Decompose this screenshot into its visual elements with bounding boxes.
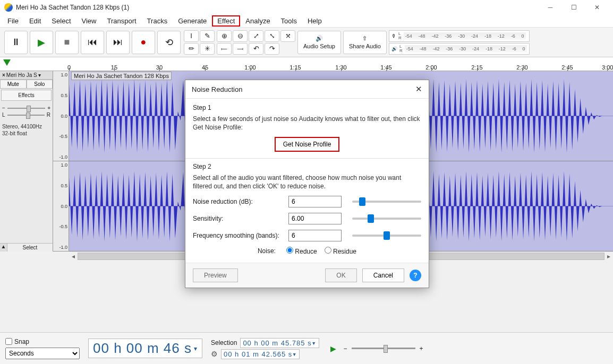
trim-icon[interactable]: ⟝ [217, 43, 232, 55]
skip-start-button[interactable]: ⏮ [81, 31, 104, 54]
dialog-title: Noise Reduction [192, 85, 242, 93]
minimize-button[interactable]: ─ [539, 0, 562, 15]
sensitivity-slider[interactable] [352, 218, 421, 220]
skip-end-button[interactable]: ⏭ [106, 31, 130, 54]
scroll-right-icon[interactable]: ▸ [605, 253, 613, 260]
snap-label: Snap [14, 338, 29, 345]
menu-analyze[interactable]: Analyze [240, 15, 275, 27]
menu-bar: File Edit Select View Transport Tracks G… [0, 15, 613, 28]
redo-icon[interactable]: ↷ [265, 43, 279, 55]
menu-select[interactable]: Select [46, 15, 76, 27]
play-at-speed-button[interactable]: ▶ [328, 343, 339, 354]
scroll-left-icon[interactable]: ◂ [69, 253, 78, 260]
mute-button[interactable]: Mute [0, 80, 27, 89]
share-icon: ⇧ [362, 35, 367, 42]
zoom-in-icon[interactable]: ⊕ [217, 30, 232, 42]
track-select-button[interactable]: Select [7, 244, 53, 252]
stop-button[interactable]: ■ [55, 31, 79, 54]
time-display[interactable]: 00 h 00 m 46 s▾ [88, 339, 202, 358]
preview-button[interactable]: Preview [193, 268, 238, 282]
step1-desc: Select a few seconds of just noise so Au… [193, 115, 421, 132]
undo-icon[interactable]: ↶ [249, 43, 263, 55]
menu-help[interactable]: Help [302, 15, 327, 27]
loop-button[interactable]: ⟲ [157, 31, 181, 54]
menu-effect[interactable]: Effect [212, 15, 240, 27]
draw-tool-icon[interactable]: ✏ [184, 43, 199, 55]
track-menu-icon[interactable]: ▾ [38, 72, 41, 78]
play-button[interactable]: ▶ [30, 31, 53, 54]
maximize-button[interactable]: ☐ [562, 0, 585, 15]
main-toolbar: ⏸ ▶ ■ ⏮ ⏭ ● ⟲ I ✎ ✏ ✳ ⊕ ⊖ ⤢ ⤡ ⤧ ⟝ ⟞ ↶ ↷ [0, 28, 613, 57]
playback-meter-scale: -54-48-42-36-30-24-18-12-60 [405, 45, 527, 53]
reduce-radio[interactable]: Reduce [286, 247, 317, 255]
playhead-icon[interactable] [3, 59, 11, 66]
title-bar: Meri Ho Ja Sachet Tandon 128 Kbps (1) ─ … [0, 0, 613, 15]
multi-tool-icon[interactable]: ✳ [200, 43, 215, 55]
menu-edit[interactable]: Edit [24, 15, 46, 27]
selection-label: Selection [211, 339, 237, 346]
dialog-close-icon[interactable]: ✕ [415, 84, 422, 94]
cancel-button[interactable]: Cancel [362, 268, 404, 282]
playback-speed-slider[interactable] [352, 348, 415, 349]
solo-button[interactable]: Solo [27, 80, 53, 89]
silence-icon[interactable]: ⟞ [233, 43, 248, 55]
menu-tools[interactable]: Tools [276, 15, 302, 27]
ok-button[interactable]: OK [325, 268, 356, 282]
playback-meter[interactable]: 🔊 LR -54-48-42-36-30-24-18-12-60 [389, 43, 530, 55]
menu-file[interactable]: File [2, 15, 24, 27]
menu-view[interactable]: View [76, 15, 102, 27]
selection-end[interactable]: 00 h 01 m 42.565 s▾ [221, 349, 300, 359]
selection-tool-icon[interactable]: I [184, 30, 199, 42]
close-button[interactable]: ✕ [585, 0, 609, 15]
snap-checkbox[interactable] [5, 338, 12, 345]
help-icon[interactable]: ? [410, 270, 421, 281]
selection-start[interactable]: 00 h 00 m 45.785 s▾ [240, 338, 319, 348]
track-close-icon[interactable]: × [2, 72, 5, 78]
app-logo-icon [4, 3, 13, 12]
audio-setup-button[interactable]: 🔊 Audio Setup [297, 31, 341, 54]
record-meter[interactable]: 🎙 LR -54-48-42-36-30-24-18-12-60 [389, 30, 530, 42]
track-control-panel[interactable]: × Meri Ho Ja S ▾ Mute Solo Effects −+ LR… [0, 71, 53, 252]
snap-unit-select[interactable]: Seconds [5, 348, 80, 359]
get-noise-profile-button[interactable]: Get Noise Profile [275, 137, 340, 152]
noise-mode-label: Noise: [258, 247, 276, 255]
effects-button[interactable]: Effects [1, 90, 52, 101]
envelope-tool-icon[interactable]: ✎ [200, 30, 215, 42]
timeline-ruler[interactable]: 0 15 30 45 1:00 1:15 1:30 1:45 2:00 2:15… [0, 57, 613, 71]
track-collapse-icon[interactable]: ▲ [0, 244, 7, 252]
level-meters: 🎙 LR -54-48-42-36-30-24-18-12-60 🔊 LR -5… [389, 30, 530, 55]
step2-label: Step 2 [193, 163, 421, 170]
frequency-smoothing-input[interactable] [288, 230, 342, 241]
frequency-smoothing-label: Frequency smoothing (bands): [193, 232, 283, 239]
residue-radio[interactable]: Residue [325, 247, 356, 255]
window-title: Meri Ho Ja Sachet Tandon 128 Kbps (1) [16, 4, 129, 11]
selection-settings-icon[interactable]: ⚙ [211, 350, 218, 358]
zoom-out-icon[interactable]: ⊖ [233, 30, 248, 42]
noise-reduction-slider[interactable] [352, 201, 421, 203]
noise-reduction-dialog: Noise Reduction ✕ Step 1 Select a few se… [185, 80, 429, 288]
frequency-smoothing-slider[interactable] [352, 235, 421, 237]
amplitude-scale: 1.00.50.0-0.5-1.0 1.00.50.0-0.5-1.0 [53, 71, 69, 252]
menu-tracks[interactable]: Tracks [142, 15, 173, 27]
speaker-icon: 🔊 [391, 46, 397, 51]
gain-slider[interactable]: −+ [2, 105, 50, 111]
zoom-toggle-icon[interactable]: ⤧ [280, 30, 295, 42]
fit-selection-icon[interactable]: ⤢ [249, 30, 263, 42]
step2-desc: Select all of the audio you want filtere… [193, 174, 421, 190]
noise-reduction-input[interactable] [288, 196, 342, 207]
clip-title[interactable]: Meri Ho Ja Sachet Tandon 128 Kbps [71, 72, 172, 80]
track-format-info: Stereo, 44100Hz 32-bit float [0, 121, 53, 139]
sensitivity-input[interactable] [288, 213, 342, 224]
share-audio-button[interactable]: ⇧ Share Audio [343, 31, 387, 54]
menu-transport[interactable]: Transport [101, 15, 141, 27]
menu-generate[interactable]: Generate [173, 15, 212, 27]
pan-slider[interactable]: LR [2, 112, 50, 118]
status-bar: Snap Seconds 00 h 00 m 46 s▾ Selection 0… [0, 332, 613, 364]
noise-reduction-label: Noise reduction (dB): [193, 198, 283, 205]
track-name[interactable]: Meri Ho Ja S [6, 72, 37, 78]
fit-project-icon[interactable]: ⤡ [265, 30, 279, 42]
pause-button[interactable]: ⏸ [4, 31, 28, 54]
record-meter-scale: -54-48-42-36-30-24-18-12-60 [404, 32, 526, 40]
record-button[interactable]: ● [132, 31, 155, 54]
step1-label: Step 1 [193, 104, 421, 111]
